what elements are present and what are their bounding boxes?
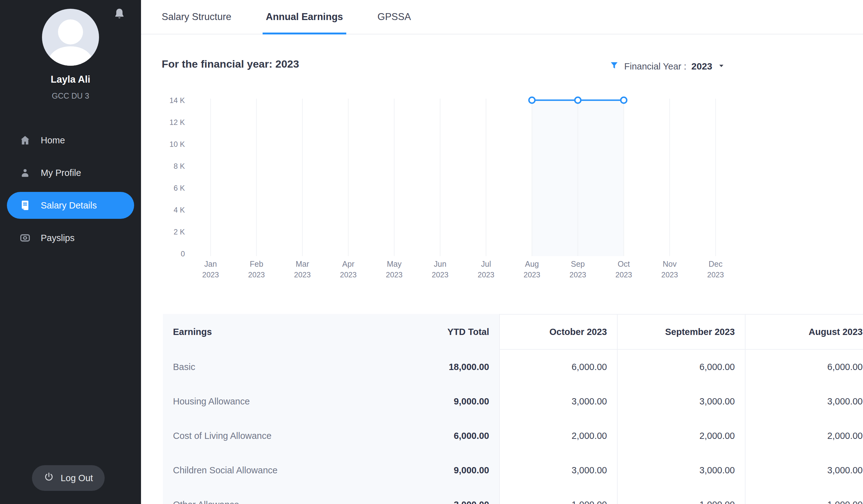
sidebar-item-my-profile[interactable]: My Profile xyxy=(7,159,134,186)
logout-label: Log Out xyxy=(61,473,93,483)
sidebar-item-label: Home xyxy=(41,135,65,145)
svg-text:Mar: Mar xyxy=(296,259,309,268)
table-cell-month-value: 6,000.00 xyxy=(499,350,617,384)
svg-text:Aug: Aug xyxy=(525,259,539,268)
svg-text:Sep: Sep xyxy=(571,259,585,268)
svg-text:May: May xyxy=(387,259,402,268)
avatar xyxy=(42,9,99,66)
svg-text:12 K: 12 K xyxy=(170,118,185,127)
banknote-icon xyxy=(20,232,31,244)
chart-x-axis-labels: Jan2023Feb2023Mar2023Apr2023May2023Jun20… xyxy=(202,259,724,279)
sidebar-item-salary-details[interactable]: Salary Details xyxy=(7,192,134,219)
svg-text:Dec: Dec xyxy=(709,259,722,268)
main-content: Salary Structure Annual Earnings GPSSA F… xyxy=(141,0,863,504)
table-header-month: September 2023 xyxy=(617,314,745,350)
user-icon xyxy=(20,167,31,178)
table-cell-month-value: 1,000.00 xyxy=(499,488,617,504)
earnings-table-wrap: EarningsYTD TotalOctober 2023September 2… xyxy=(163,314,863,504)
table-cell-ytd: 18,000.00 xyxy=(338,350,499,384)
table-cell-month-value: 3,000.00 xyxy=(499,384,617,418)
svg-text:Oct: Oct xyxy=(618,259,630,268)
tab-annual-earnings[interactable]: Annual Earnings xyxy=(266,0,343,34)
svg-text:Apr: Apr xyxy=(342,259,354,268)
svg-text:6 K: 6 K xyxy=(174,184,185,192)
notification-bell-icon[interactable] xyxy=(113,7,126,21)
svg-text:2023: 2023 xyxy=(661,270,678,279)
svg-text:0: 0 xyxy=(181,249,185,258)
sidebar-item-label: Payslips xyxy=(41,233,75,243)
home-icon xyxy=(20,134,31,146)
sidebar-item-home[interactable]: Home xyxy=(7,127,134,154)
svg-text:14 K: 14 K xyxy=(170,96,185,105)
svg-text:Jul: Jul xyxy=(481,259,491,268)
filter-funnel-icon xyxy=(609,61,619,72)
financial-year-dropdown[interactable]: Financial Year : 2023 xyxy=(609,59,725,74)
annual-earnings-chart: 02 K4 K6 K8 K10 K12 K14 KJan2023Feb2023M… xyxy=(141,88,863,294)
sidebar-item-label: My Profile xyxy=(41,168,81,178)
user-subtitle: GCC DU 3 xyxy=(0,91,141,101)
table-cell-ytd: 6,000.00 xyxy=(338,418,499,453)
tab-salary-structure[interactable]: Salary Structure xyxy=(162,0,231,34)
table-row-label: Children Social Allowance xyxy=(163,453,338,488)
tabs-bar: Salary Structure Annual Earnings GPSSA xyxy=(141,0,863,35)
table-header-month: August 2023 xyxy=(745,314,863,350)
earnings-table: EarningsYTD TotalOctober 2023September 2… xyxy=(163,314,863,504)
svg-text:8 K: 8 K xyxy=(174,162,185,170)
svg-text:2023: 2023 xyxy=(570,270,586,279)
svg-text:2 K: 2 K xyxy=(174,228,185,236)
tab-gpssa[interactable]: GPSSA xyxy=(378,0,411,34)
table-cell-month-value: 1,000.00 xyxy=(745,488,863,504)
table-cell-month-value: 3,000.00 xyxy=(617,453,745,488)
sidebar: Layla Ali GCC DU 3 Home My Profile xyxy=(0,0,141,504)
table-row-label: Other Allowance xyxy=(163,488,338,504)
svg-text:4 K: 4 K xyxy=(174,206,185,214)
table-cell-month-value: 6,000.00 xyxy=(745,350,863,384)
filter-value: 2023 xyxy=(691,61,712,72)
sidebar-item-payslips[interactable]: Payslips xyxy=(7,224,134,251)
table-cell-ytd: 9,000.00 xyxy=(338,384,499,418)
table-header-earnings: Earnings xyxy=(163,314,338,350)
svg-text:2023: 2023 xyxy=(707,270,724,279)
chart-gridlines xyxy=(211,99,716,256)
svg-text:Nov: Nov xyxy=(663,259,677,268)
table-cell-month-value: 3,000.00 xyxy=(745,453,863,488)
table-row-label: Basic xyxy=(163,350,338,384)
table-cell-month-value: 2,000.00 xyxy=(617,418,745,453)
svg-text:Feb: Feb xyxy=(250,259,263,268)
svg-text:Jan: Jan xyxy=(204,259,217,268)
svg-text:10 K: 10 K xyxy=(170,140,185,148)
table-cell-month-value: 6,000.00 xyxy=(617,350,745,384)
svg-text:2023: 2023 xyxy=(524,270,540,279)
svg-text:2023: 2023 xyxy=(248,270,265,279)
page-title: For the financial year: 2023 xyxy=(162,58,299,70)
sidebar-nav: Home My Profile Salary Details xyxy=(0,127,141,257)
svg-text:2023: 2023 xyxy=(478,270,494,279)
svg-text:2023: 2023 xyxy=(615,270,632,279)
filter-label: Financial Year : xyxy=(624,61,686,72)
table-cell-month-value: 2,000.00 xyxy=(499,418,617,453)
sidebar-item-label: Salary Details xyxy=(41,201,97,211)
document-icon xyxy=(20,200,31,211)
table-cell-month-value: 1,000.00 xyxy=(617,488,745,504)
table-cell-month-value: 3,000.00 xyxy=(499,453,617,488)
table-row-label: Cost of Living Allowance xyxy=(163,418,338,453)
user-name: Layla Ali xyxy=(0,74,141,85)
svg-text:2023: 2023 xyxy=(432,270,448,279)
table-header-month: October 2023 xyxy=(499,314,617,350)
table-cell-month-value: 3,000.00 xyxy=(617,384,745,418)
table-header-ytd-total: YTD Total xyxy=(338,314,499,350)
table-cell-ytd: 3,000.00 xyxy=(338,488,499,504)
svg-text:Jun: Jun xyxy=(434,259,446,268)
svg-text:2023: 2023 xyxy=(294,270,311,279)
chart-y-axis-labels: 02 K4 K6 K8 K10 K12 K14 K xyxy=(170,96,185,258)
logout-button[interactable]: Log Out xyxy=(32,465,105,491)
table-cell-month-value: 2,000.00 xyxy=(745,418,863,453)
chevron-down-icon xyxy=(717,62,725,71)
table-cell-month-value: 3,000.00 xyxy=(745,384,863,418)
svg-text:2023: 2023 xyxy=(202,270,219,279)
svg-text:2023: 2023 xyxy=(340,270,357,279)
power-icon xyxy=(43,472,54,484)
table-cell-ytd: 9,000.00 xyxy=(338,453,499,488)
table-row-label: Housing Allowance xyxy=(163,384,338,418)
svg-text:2023: 2023 xyxy=(386,270,402,279)
